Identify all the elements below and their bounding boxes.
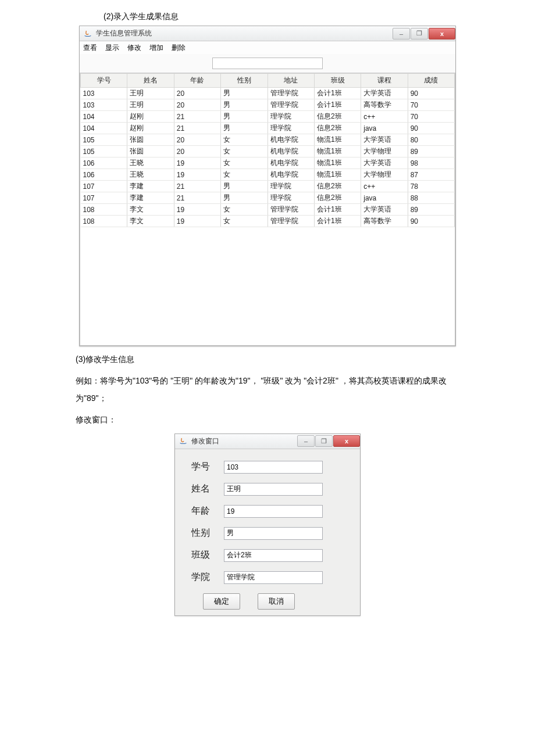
menubar: 查看 显示 修改 增加 删除 [80,41,455,54]
table-cell: 机电学院 [268,157,314,169]
menu-add[interactable]: 增加 [149,43,163,53]
table-cell: 信息2班 [314,181,361,192]
table-cell: 男 [221,111,268,123]
table-cell: 108 [81,204,127,216]
table-cell: 21 [174,111,220,123]
menu-delete[interactable]: 删除 [172,43,186,53]
close-button[interactable]: x [429,28,455,40]
table-cell: 19 [174,204,220,216]
window-buttons: – ❐ x [392,28,455,40]
table-cell: 会计1班 [314,88,361,99]
table-cell: 女 [221,216,268,227]
table-cell: 89 [408,204,454,216]
table-cell: 张圆 [127,134,174,146]
titlebar: 学生信息管理系统 – ❐ x [80,26,455,41]
table-cell: 19 [174,157,220,169]
search-input[interactable] [212,58,323,69]
table-row[interactable]: 108李文19女管理学院会计1班大学英语89 [81,204,455,216]
label-class: 班级 [191,549,224,561]
table-cell: 大学英语 [361,88,408,99]
table-cell: 管理学院 [268,204,314,216]
table-cell: 19 [174,216,220,227]
table-cell: 李文 [127,204,174,216]
table-cell: c++ [361,181,408,192]
age-field[interactable] [224,505,323,518]
column-header[interactable]: 性别 [221,74,268,88]
table-cell: 20 [174,134,220,146]
column-header[interactable]: 班级 [314,74,361,88]
table-cell: 女 [221,169,268,181]
table-cell: 男 [221,123,268,134]
table-row[interactable]: 107李建21男理学院信息2班java88 [81,192,455,204]
maximize-button[interactable]: ❐ [315,435,333,447]
name-field[interactable] [224,483,323,496]
menu-view[interactable]: 查看 [83,43,97,53]
table-cell: 信息2班 [314,111,361,123]
gender-field[interactable] [224,527,323,540]
table-cell: 会计1班 [314,99,361,111]
table-cell: 物流1班 [314,146,361,157]
table-cell: 90 [408,216,454,227]
table-cell: 机电学院 [268,134,314,146]
section-3-example: 例如：将学号为"103"号的 "王明" 的年龄改为"19"， "班级" 改为 "… [76,372,459,407]
menu-modify[interactable]: 修改 [127,43,141,53]
table-row[interactable]: 105张圆20女机电学院物流1班大学物理89 [81,146,455,157]
column-header[interactable]: 地址 [268,74,314,88]
column-header[interactable]: 姓名 [127,74,174,88]
table-cell: 王明 [127,88,174,99]
table-cell: 理学院 [268,111,314,123]
table-cell: 男 [221,99,268,111]
edit-window-buttons: – ❐ x [297,435,360,447]
table-cell: 大学物理 [361,146,408,157]
table-cell: 管理学院 [268,88,314,99]
class-field[interactable] [224,549,323,562]
table-cell: 104 [81,111,127,123]
table-cell: 108 [81,216,127,227]
table-row[interactable]: 108李文19女管理学院会计1班高等数学90 [81,216,455,227]
table-cell: 信息2班 [314,192,361,204]
table-cell: 女 [221,134,268,146]
column-header[interactable]: 学号 [81,74,127,88]
table-row[interactable]: 107李建21男理学院信息2班c++78 [81,181,455,192]
table-cell: 103 [81,88,127,99]
minimize-button[interactable]: – [393,28,410,40]
table-cell: 高等数学 [361,216,408,227]
table-cell: 106 [81,157,127,169]
table-row[interactable]: 104赵刚21男理学院信息2班c++70 [81,111,455,123]
cancel-button[interactable]: 取消 [258,593,295,610]
id-field[interactable] [224,461,323,474]
table-cell: 物流1班 [314,157,361,169]
minimize-button[interactable]: – [297,435,315,447]
table-cell: 21 [174,123,220,134]
column-header[interactable]: 年龄 [174,74,220,88]
table-cell: 女 [221,146,268,157]
ok-button[interactable]: 确定 [203,593,240,610]
table-cell: 会计1班 [314,216,361,227]
label-college: 学院 [191,571,224,583]
table-row[interactable]: 105张圆20女机电学院物流1班大学英语80 [81,134,455,146]
table-row[interactable]: 106王晓19女机电学院物流1班大学英语98 [81,157,455,169]
table-cell: 21 [174,181,220,192]
maximize-button[interactable]: ❐ [411,28,428,40]
edit-window: 修改窗口 – ❐ x 学号 姓名 年龄 性别 [174,433,361,616]
column-header[interactable]: 课程 [361,74,408,88]
section-3-window-label: 修改窗口： [76,411,459,428]
table-cell: 105 [81,146,127,157]
table-cell: 98 [408,157,454,169]
table-row[interactable]: 106王晓19女机电学院物流1班大学物理87 [81,169,455,181]
table-cell: java [361,123,408,134]
table-cell: 大学英语 [361,134,408,146]
table-cell: 20 [174,146,220,157]
close-button[interactable]: x [333,435,360,447]
table-cell: 107 [81,181,127,192]
table-row[interactable]: 103王明20男管理学院会计1班高等数学70 [81,99,455,111]
edit-titlebar: 修改窗口 – ❐ x [175,434,360,449]
table-row[interactable]: 103王明20男管理学院会计1班大学英语90 [81,88,455,99]
table-cell: java [361,192,408,204]
java-icon [83,29,92,38]
column-header[interactable]: 成绩 [408,74,454,88]
college-field[interactable] [224,571,323,584]
menu-show[interactable]: 显示 [105,43,119,53]
table-cell: 90 [408,123,454,134]
table-row[interactable]: 104赵刚21男理学院信息2班java90 [81,123,455,134]
